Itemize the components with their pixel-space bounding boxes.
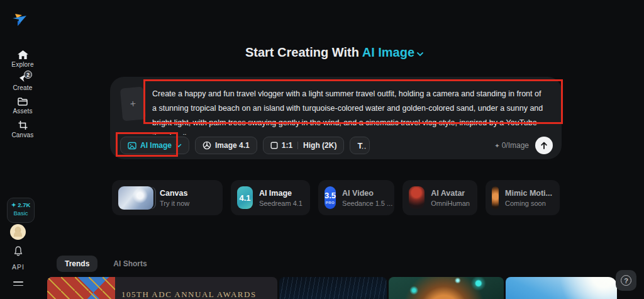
model-select-button[interactable]: Image 4.1 (195, 137, 257, 154)
prompt-composer-panel: + Create a happy and fun travel vlogger … (110, 77, 562, 159)
card-ai-video[interactable]: 3.5 PRO AI Video Seedance 1.5 ... (318, 180, 394, 215)
app-window: Explore 2 Create Assets (0, 0, 644, 299)
ratio-label: 1:1 (282, 141, 292, 150)
hamburger-icon[interactable] (13, 281, 23, 288)
adc-caption: 105TH ADC ANNUAL AWARDS (115, 290, 257, 299)
sidebar-item-explore[interactable]: Explore (0, 50, 45, 68)
model-icon (203, 141, 211, 150)
generate-button[interactable] (535, 137, 553, 154)
chevron-down-icon[interactable] (416, 45, 424, 60)
card-subtitle: Coming soon (505, 200, 552, 207)
card-title: AI Video (342, 189, 392, 198)
plus-icon: + (130, 98, 136, 110)
card-ai-image[interactable]: 4.1 AI Image Seedream 4.1 (231, 180, 310, 215)
folder-icon (17, 97, 28, 106)
trend-item-sparkle-character[interactable] (389, 277, 504, 299)
create-count-badge: 2 (24, 71, 32, 79)
spark-icon: ✦ (11, 201, 16, 208)
question-mark-icon: ? (621, 275, 631, 286)
sidebar: Explore 2 Create Assets (0, 0, 45, 299)
cost-value: 0/Image (502, 141, 529, 150)
collage-art (47, 277, 115, 299)
spark-icon: ✦ (494, 142, 499, 149)
sidebar-item-label: Assets (0, 108, 45, 115)
sidebar-item-assets[interactable]: Assets (0, 97, 45, 115)
mode-select-button[interactable]: AI Image (120, 137, 189, 154)
card-ai-avatar[interactable]: AI Avatar OmniHuman (402, 180, 477, 215)
chevron-down-icon (175, 144, 182, 148)
sidebar-item-label: Canvas (0, 132, 45, 138)
card-title: Mimic Moti... (505, 189, 552, 198)
feed-tabs: Trends AI Shorts (57, 256, 147, 272)
trend-item-night-rain[interactable] (279, 277, 387, 299)
tab-ai-shorts[interactable]: AI Shorts (113, 259, 147, 268)
aspect-ratio-icon (270, 142, 278, 149)
user-avatar[interactable] (10, 224, 26, 240)
app-logo-icon[interactable] (10, 10, 29, 29)
sidebar-item-label: Create (0, 84, 45, 91)
page-title: Start Creating With AI Image (45, 45, 624, 60)
card-subtitle: Try it now (160, 200, 189, 207)
shortcut-cards-row: Canvas Try it now 4.1 AI Image Seedream … (112, 180, 560, 215)
card-title: AI Avatar (431, 189, 470, 198)
plan-credits-badge[interactable]: ✦ 2.7K Basic (7, 198, 35, 223)
tab-trends[interactable]: Trends (57, 256, 97, 272)
trend-item-blue-sky[interactable] (506, 277, 617, 299)
generation-cost: ✦0/Image (494, 141, 529, 150)
api-link[interactable]: API (0, 263, 36, 271)
title-mode-selector[interactable]: AI Image (362, 45, 414, 59)
crop-frame-icon (18, 120, 28, 130)
card-title: AI Image (259, 189, 303, 198)
ratio-quality-button[interactable]: 1:1 High (2K) (263, 137, 345, 154)
trend-item-adc-awards[interactable]: 105TH ADC ANNUAL AWARDS (47, 277, 277, 299)
card-subtitle: Seedance 1.5 ... (342, 200, 392, 207)
notifications-button[interactable] (13, 245, 24, 257)
card-canvas[interactable]: Canvas Try it now (112, 180, 223, 215)
icon-version: 3.5 (325, 191, 336, 200)
mode-label: AI Image (140, 141, 172, 150)
sidebar-item-create[interactable]: 2 Create (0, 74, 45, 91)
omnihuman-thumbnail (409, 186, 425, 209)
canvas-thumbnail (118, 186, 153, 210)
seedance-app-icon: 3.5 PRO (325, 186, 336, 209)
credits-value: 2.7K (18, 201, 30, 208)
quality-label: High (2K) (303, 141, 336, 150)
composer-toolbar: AI Image Image 4.1 1:1 (120, 137, 553, 154)
image-mode-icon (128, 142, 136, 150)
icon-pro-tag: PRO (326, 201, 335, 205)
card-subtitle: OmniHuman (431, 200, 470, 207)
text-tool-button[interactable]: T (350, 137, 370, 154)
home-icon (17, 50, 29, 60)
card-subtitle: Seedream 4.1 (259, 200, 303, 207)
divider (297, 142, 298, 149)
card-mimic-motion[interactable]: Mimic Moti... Coming soon (486, 180, 560, 215)
sidebar-item-label: Explore (0, 61, 45, 68)
icon-version: 4.1 (239, 193, 250, 203)
help-button[interactable]: ? (616, 270, 636, 291)
plan-tier: Basic (8, 210, 34, 217)
sidebar-item-canvas[interactable]: Canvas (0, 120, 45, 138)
card-title: Canvas (160, 189, 189, 198)
title-prefix: Start Creating With (245, 45, 362, 59)
reference-image-upload[interactable]: + (120, 86, 146, 121)
trends-thumbnail-strip: 105TH ADC ANNUAL AWARDS (47, 277, 617, 299)
bell-icon (13, 245, 24, 257)
prompt-input[interactable]: Create a happy and fun travel vlogger wi… (145, 82, 552, 135)
text-tool-icon: T (357, 141, 362, 150)
seedream-app-icon: 4.1 (237, 186, 253, 209)
mimic-motion-thumbnail (492, 186, 499, 209)
model-label: Image 4.1 (215, 141, 250, 150)
arrow-up-icon (540, 141, 548, 150)
